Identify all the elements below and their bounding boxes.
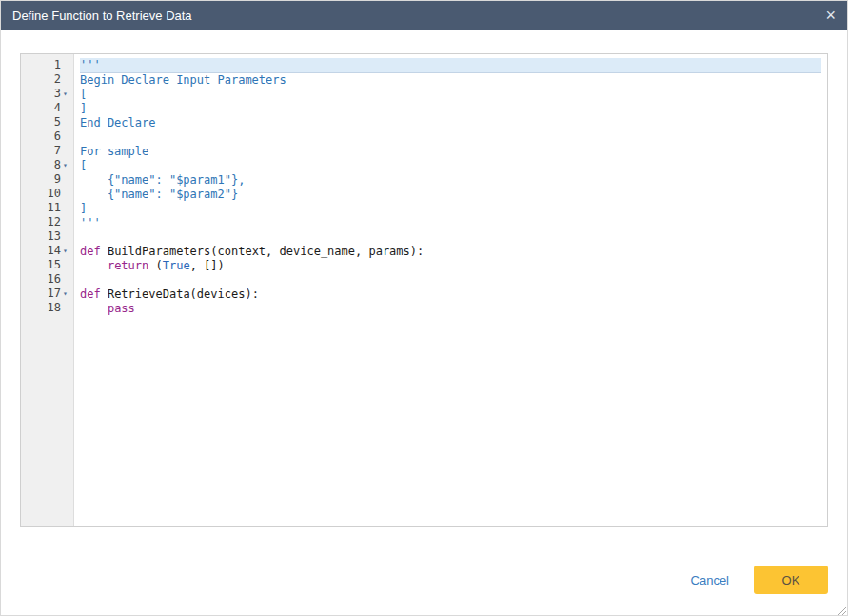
code-line[interactable]: {"name": "$param2"} xyxy=(80,188,821,202)
code-token: ''' xyxy=(80,216,101,229)
code-token: ] xyxy=(80,102,87,115)
gutter-line: 9 xyxy=(21,172,73,187)
line-number: 18 xyxy=(48,301,61,315)
code-token: RetrieveData(devices): xyxy=(101,288,259,301)
code-token xyxy=(80,259,108,272)
code-token: ( xyxy=(148,259,162,272)
code-line[interactable]: ] xyxy=(80,202,821,216)
gutter-line: 6 xyxy=(21,129,73,144)
code-line[interactable] xyxy=(80,230,821,245)
code-token: [ xyxy=(80,159,87,172)
dialog-footer: Cancel OK xyxy=(1,527,847,594)
code-line[interactable]: pass xyxy=(80,302,821,316)
gutter-line: 8▾ xyxy=(21,158,73,172)
code-line[interactable]: ''' xyxy=(80,58,821,73)
line-number: 2 xyxy=(54,72,61,87)
gutter-line: 11 xyxy=(21,201,73,215)
line-number: 1 xyxy=(54,58,61,72)
code-token: {"name": "$param2"} xyxy=(80,188,238,201)
gutter-line: 12 xyxy=(21,215,73,229)
code-editor[interactable]: 123▾45678▾91011121314▾151617▾18 '''Begin… xyxy=(20,53,828,527)
line-number: 13 xyxy=(48,229,61,244)
line-number: 11 xyxy=(48,201,61,215)
ok-button[interactable]: OK xyxy=(754,566,828,594)
gutter-line: 16 xyxy=(21,272,73,287)
code-token: Begin Declare Input Parameters xyxy=(80,73,286,87)
fold-arrow-icon[interactable]: ▾ xyxy=(61,158,73,172)
gutter-line: 4 xyxy=(21,101,73,115)
line-number: 10 xyxy=(48,187,61,201)
gutter-line: 17▾ xyxy=(21,287,73,301)
code-line[interactable]: [ xyxy=(80,159,821,173)
code-token: , []) xyxy=(190,259,225,272)
code-line[interactable]: return (True, []) xyxy=(80,259,821,273)
code-line[interactable]: {"name": "$param1"}, xyxy=(80,173,821,188)
editor-code[interactable]: '''Begin Declare Input Parameters[]End D… xyxy=(74,54,827,526)
code-line[interactable]: [ xyxy=(80,88,821,102)
line-number: 9 xyxy=(54,172,61,187)
dialog-title: Define Function to Retrieve Data xyxy=(12,9,192,23)
line-number: 16 xyxy=(48,272,61,287)
gutter-line: 5 xyxy=(21,115,73,129)
line-number: 8 xyxy=(54,158,61,172)
gutter-line: 15 xyxy=(21,258,73,272)
cancel-button[interactable]: Cancel xyxy=(691,573,729,587)
close-icon[interactable]: × xyxy=(825,7,836,24)
gutter-line: 10 xyxy=(21,187,73,201)
line-number: 3 xyxy=(54,87,61,101)
fold-arrow-icon[interactable]: ▾ xyxy=(61,87,73,101)
dialog-body: 123▾45678▾91011121314▾151617▾18 '''Begin… xyxy=(1,30,847,527)
line-number: 15 xyxy=(48,258,61,272)
line-number: 17 xyxy=(48,287,61,301)
gutter-line: 13 xyxy=(21,229,73,244)
code-token: ''' xyxy=(80,58,101,71)
code-token: [ xyxy=(80,88,87,101)
gutter-line: 18 xyxy=(21,301,73,315)
code-line[interactable]: ] xyxy=(80,102,821,116)
gutter-line: 1 xyxy=(21,58,73,72)
code-line[interactable]: def BuildParameters(context, device_name… xyxy=(80,245,821,259)
code-line[interactable]: ''' xyxy=(80,216,821,230)
code-token: def xyxy=(80,288,101,301)
code-line[interactable]: End Declare xyxy=(80,116,821,130)
line-number: 4 xyxy=(54,101,61,115)
line-number: 14 xyxy=(48,244,61,258)
code-token: For sample xyxy=(80,145,148,158)
gutter-line: 7 xyxy=(21,144,73,158)
code-token: BuildParameters(context, device_name, pa… xyxy=(101,245,424,258)
fold-arrow-icon[interactable]: ▾ xyxy=(61,244,73,258)
code-token: pass xyxy=(108,302,135,315)
dialog: Define Function to Retrieve Data × 123▾4… xyxy=(0,0,848,616)
code-line[interactable] xyxy=(80,130,821,145)
line-number: 12 xyxy=(48,215,61,229)
resize-grip-icon[interactable] xyxy=(835,603,846,614)
line-number: 5 xyxy=(54,115,61,129)
gutter-line: 3▾ xyxy=(21,87,73,101)
fold-arrow-icon[interactable]: ▾ xyxy=(61,287,73,301)
code-line[interactable]: Begin Declare Input Parameters xyxy=(80,73,821,88)
code-token: ] xyxy=(80,202,87,215)
gutter-line: 2 xyxy=(21,72,73,87)
dialog-header: Define Function to Retrieve Data × xyxy=(1,1,847,30)
code-token: True xyxy=(163,259,190,272)
code-line[interactable] xyxy=(80,273,821,288)
code-token xyxy=(80,302,108,315)
code-token: return xyxy=(108,259,148,272)
code-token: End Declare xyxy=(80,116,155,129)
gutter-line: 14▾ xyxy=(21,244,73,258)
code-token: {"name": "$param1"}, xyxy=(80,173,245,187)
editor-gutter: 123▾45678▾91011121314▾151617▾18 xyxy=(21,54,74,526)
code-line[interactable]: For sample xyxy=(80,145,821,159)
code-line[interactable]: def RetrieveData(devices): xyxy=(80,288,821,302)
code-token: def xyxy=(80,245,101,258)
line-number: 7 xyxy=(54,144,61,158)
line-number: 6 xyxy=(54,129,61,144)
